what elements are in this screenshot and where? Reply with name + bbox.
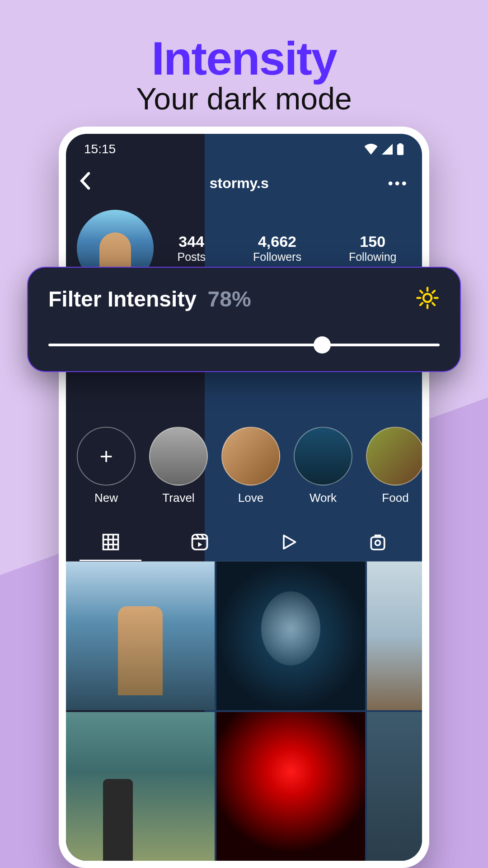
signal-icon: [381, 144, 393, 155]
profile-stats: 344 Posts 4,662 Followers 150 Following: [163, 233, 411, 264]
post-grid: [66, 561, 422, 861]
svg-rect-1: [399, 143, 402, 145]
highlight-label: Food: [382, 491, 408, 505]
wifi-icon: [364, 144, 378, 155]
stat-followers[interactable]: 4,662 Followers: [253, 233, 301, 264]
tab-play[interactable]: [244, 523, 333, 561]
post-thumbnail[interactable]: [367, 712, 422, 861]
highlight-thumb: [221, 427, 280, 486]
highlight-thumb: [294, 427, 352, 486]
tagged-icon: [368, 532, 388, 552]
stat-label: Posts: [177, 250, 206, 264]
promo-header: Intensity Your dark mode: [0, 0, 488, 116]
status-icons: [364, 143, 404, 155]
post-thumbnail[interactable]: [216, 561, 365, 710]
highlight-label: Work: [310, 491, 337, 505]
highlight-label: New: [94, 491, 118, 505]
back-icon[interactable]: [80, 172, 90, 194]
highlight-label: Love: [238, 491, 263, 505]
slider-thumb[interactable]: [314, 336, 331, 354]
highlight-thumb: [149, 427, 208, 486]
stat-following[interactable]: 150 Following: [349, 233, 397, 264]
post-thumbnail[interactable]: [216, 712, 365, 861]
stat-value: 4,662: [253, 233, 301, 250]
highlight-love[interactable]: Love: [221, 427, 280, 505]
status-bar: 15:15: [66, 134, 422, 161]
play-icon: [279, 532, 299, 552]
promo-subtitle: Your dark mode: [0, 81, 488, 116]
stat-label: Following: [349, 250, 397, 264]
plus-icon: +: [77, 427, 136, 486]
filter-intensity-value: 78%: [208, 287, 251, 311]
nav-bar: stormy.s •••: [66, 161, 422, 205]
highlight-label: Travel: [162, 491, 194, 505]
highlight-travel[interactable]: Travel: [149, 427, 208, 505]
stat-label: Followers: [253, 250, 301, 264]
stat-value: 150: [349, 233, 397, 250]
battery-icon: [397, 143, 404, 155]
highlight-work[interactable]: Work: [294, 427, 352, 505]
filter-intensity-label: Filter Intensity: [48, 287, 197, 311]
post-thumbnail[interactable]: [66, 561, 215, 710]
status-time: 15:15: [84, 142, 116, 156]
tab-grid[interactable]: [66, 523, 155, 561]
svg-rect-2: [192, 535, 207, 550]
phone-frame: 15:15 stormy.s ••• 344: [59, 127, 429, 868]
svg-rect-0: [397, 144, 404, 155]
more-icon[interactable]: •••: [388, 175, 408, 192]
promo-title: Intensity: [0, 32, 488, 85]
highlight-thumb: [366, 427, 422, 486]
svg-rect-3: [371, 537, 384, 550]
svg-point-4: [375, 540, 380, 545]
story-highlights: + New Travel Love Work Food: [66, 418, 422, 519]
profile-tabs: [66, 519, 422, 561]
highlight-food[interactable]: Food: [366, 427, 422, 505]
post-thumbnail[interactable]: [367, 561, 422, 710]
highlight-new[interactable]: + New: [77, 427, 136, 505]
app-screen: 15:15 stormy.s ••• 344: [66, 134, 422, 861]
sun-icon[interactable]: [415, 286, 440, 312]
filter-intensity-card: Filter Intensity 78%: [27, 267, 461, 372]
reels-icon: [190, 532, 210, 552]
stat-value: 344: [177, 233, 206, 250]
post-thumbnail[interactable]: [66, 712, 215, 861]
intensity-slider[interactable]: [48, 344, 440, 346]
svg-point-5: [423, 294, 432, 302]
tab-tagged[interactable]: [333, 523, 422, 561]
tab-reels[interactable]: [155, 523, 244, 561]
grid-icon: [101, 532, 121, 552]
username-title[interactable]: stormy.s: [210, 175, 269, 192]
stat-posts[interactable]: 344 Posts: [177, 233, 206, 264]
